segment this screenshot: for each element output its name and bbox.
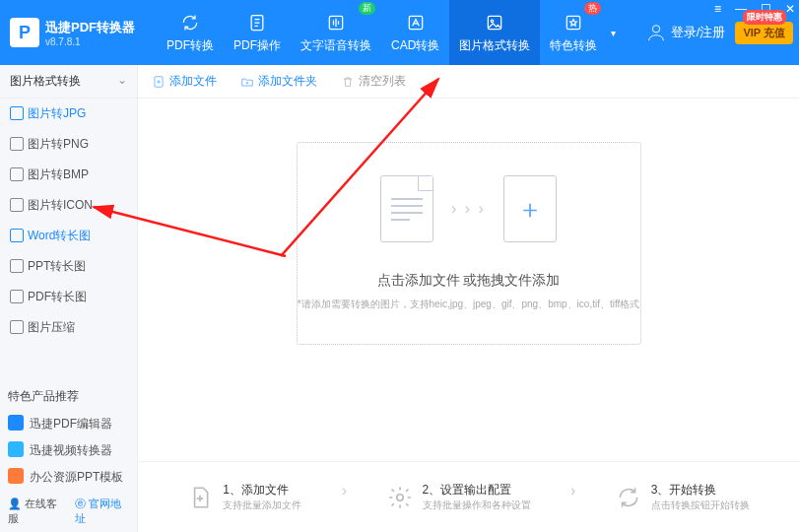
audio-icon [325,12,347,33]
step-2: 2、设置输出配置支持批量操作和各种设置 [387,482,531,512]
step-title: 1、添加文件 [223,482,301,499]
sidebar-item-img-png[interactable]: 图片转PNG [0,129,137,160]
rec-label: 迅捷视频转换器 [30,443,112,457]
step-sub: 支持批量操作和各种设置 [423,499,531,512]
support-label: 在线客服 [8,498,57,524]
sidebar-item-ppt-longimg[interactable]: PPT转长图 [0,251,137,282]
rec-ppt-templates[interactable]: 办公资源PPT模板 [0,464,137,491]
user-icon [645,22,667,43]
sidebar-item-img-compress[interactable]: 图片压缩 [0,312,137,343]
sidebar-item-pdf-longimg[interactable]: PDF转长图 [0,282,137,312]
document-icon [380,175,433,242]
app-title: 迅捷PDF转换器 [45,19,135,36]
support-link[interactable]: 👤 在线客服 [8,497,65,526]
app-icon [8,468,24,484]
nav-special-convert[interactable]: 热 特色转换 [540,0,607,65]
sidebar-recommend-title: 特色产品推荐 [0,382,137,411]
nav-label: CAD转换 [391,37,439,54]
sidebar-item-label: 图片压缩 [28,320,75,334]
vip-badge: 限时特惠 [743,10,786,25]
app-header: P 迅捷PDF转换器 v8.7.8.1 PDF转换 PDF操作 新 文字语音转换… [0,0,799,65]
nav-label: PDF转换 [166,37,214,54]
step-title: 3、开始转换 [651,482,750,499]
nav-pdf-convert[interactable]: PDF转换 [157,0,224,65]
chevrons-icon: › › › [451,200,486,218]
rec-label: 迅捷PDF编辑器 [30,417,112,431]
nav-label: 图片格式转换 [459,37,530,54]
chevron-down-icon: ⌄ [117,73,127,87]
website-link[interactable]: ⓔ 官网地址 [75,497,129,526]
star-icon [563,12,584,33]
step-sub: 支持批量添加文件 [223,499,301,512]
tool-label: 清空列表 [359,73,406,90]
chevron-down-icon[interactable]: ▾ [611,28,616,38]
login-button[interactable]: 登录/注册 [645,22,726,43]
nav-pdf-operate[interactable]: PDF操作 [224,0,291,65]
app-version: v8.7.8.1 [45,36,135,47]
sidebar: 图片格式转换 ⌄ 图片转JPG 图片转PNG 图片转BMP 图片转ICON Wo… [0,65,138,532]
sidebar-item-label: PPT转长图 [28,259,86,273]
website-label: 官网地址 [75,498,121,524]
nav-label: 特色转换 [550,37,597,54]
plus-icon: ＋ [503,175,557,242]
rec-pdf-editor[interactable]: 迅捷PDF编辑器 [0,411,137,437]
add-file-button[interactable]: 添加文件 [152,73,217,90]
sidebar-item-label: 图片转JPG [28,106,86,120]
trash-icon [341,75,355,89]
chevron-right-icon: › [570,482,575,512]
folder-plus-icon [240,75,254,89]
sidebar-item-label: 图片转BMP [28,167,89,181]
vip-button[interactable]: 限时特惠 VIP 充值 [735,22,793,44]
steps-footer: 1、添加文件支持批量添加文件 › 2、设置输出配置支持批量操作和各种设置 › 3… [138,461,799,532]
sidebar-title-label: 图片格式转换 [10,74,81,88]
gear-icon [387,485,413,510]
nav-cad-convert[interactable]: CAD转换 [381,0,449,65]
close-icon[interactable]: ✕ [785,2,795,16]
sidebar-item-label: 图片转PNG [28,137,89,151]
rec-label: 办公资源PPT模板 [30,470,123,484]
sidebar-item-img-jpg[interactable]: 图片转JPG [0,99,137,129]
step-1: 1、添加文件支持批量添加文件 [187,482,301,512]
step-title: 2、设置输出配置 [423,482,531,499]
sidebar-footer: 👤 在线客服 ⓔ 官网地址 [0,491,137,532]
refresh-icon [179,12,201,33]
app-icon [8,441,24,457]
nav-text-voice[interactable]: 新 文字语音转换 [291,0,381,65]
svg-point-8 [396,494,403,500]
sidebar-section-title[interactable]: 图片格式转换 ⌄ [0,65,137,99]
drop-illustration: › › › ＋ [380,175,557,242]
nav-label: 文字语音转换 [300,37,371,54]
login-label: 登录/注册 [671,24,726,41]
cad-icon [405,12,427,33]
app-icon [8,415,24,431]
sidebar-item-label: Word转长图 [28,229,91,242]
hamburger-icon[interactable]: ≡ [714,2,721,16]
toolbar: 添加文件 添加文件夹 清空列表 [138,65,799,99]
nav-image-format[interactable]: 图片格式转换 [449,0,540,65]
top-nav: PDF转换 PDF操作 新 文字语音转换 CAD转换 图片格式转换 热 特色转换… [157,0,616,65]
sidebar-item-word-longimg[interactable]: Word转长图 [0,221,137,251]
vip-label: VIP 充值 [743,27,785,38]
add-folder-button[interactable]: 添加文件夹 [240,73,317,90]
rec-video-converter[interactable]: 迅捷视频转换器 [0,437,137,464]
file-plus-icon [152,75,166,89]
tool-label: 添加文件夹 [258,73,317,90]
convert-icon [616,485,641,510]
file-add-icon [187,485,213,510]
sidebar-item-label: PDF转长图 [28,290,87,303]
step-sub: 点击转换按钮开始转换 [651,499,750,512]
badge-new: 新 [359,2,375,15]
sidebar-item-img-bmp[interactable]: 图片转BMP [0,160,137,190]
tool-label: 添加文件 [169,73,217,90]
nav-label: PDF操作 [233,37,281,54]
badge-hot: 热 [584,2,601,15]
document-icon [246,12,268,33]
drop-sub-text: *请添加需要转换的图片，支持heic,jpg、jpeg、gif、png、bmp、… [298,298,640,311]
svg-point-4 [492,20,495,22]
step-3: 3、开始转换点击转换按钮开始转换 [616,482,750,512]
drop-main-text: 点击添加文件 或拖拽文件添加 [377,272,561,290]
sidebar-item-img-icon[interactable]: 图片转ICON [0,190,137,221]
clear-list-button[interactable]: 清空列表 [341,73,406,90]
svg-point-6 [652,26,659,33]
drop-zone[interactable]: › › › ＋ 点击添加文件 或拖拽文件添加 *请添加需要转换的图片，支持hei… [297,142,641,345]
